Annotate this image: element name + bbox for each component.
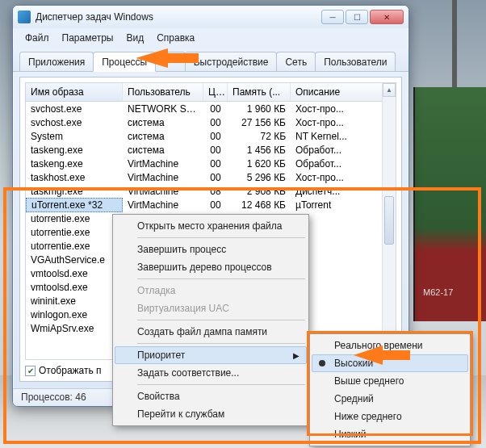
close-button[interactable]: ✕ bbox=[370, 10, 404, 24]
table-row[interactable]: svchost.exeсистема0027 156 КБХост-про... bbox=[26, 115, 396, 129]
cell-name: utorrentie.exe bbox=[26, 212, 123, 225]
cell-desc: Хост-про... bbox=[291, 116, 396, 129]
show-all-checkbox[interactable]: ✔ bbox=[25, 366, 36, 376]
cell-cpu: 08 bbox=[203, 185, 228, 198]
cell-name: utorrentie.exe bbox=[26, 226, 123, 239]
cell-mem: 72 КБ bbox=[228, 130, 291, 143]
cell-name: wininit.exe bbox=[26, 295, 123, 308]
cell-name: System bbox=[26, 130, 123, 143]
table-row[interactable]: taskeng.exeVirtMachine001 620 КБОбработ.… bbox=[26, 157, 396, 170]
cell-mem: 1 960 КБ bbox=[228, 103, 291, 115]
cell-name: svchost.exe bbox=[26, 103, 123, 115]
table-row[interactable]: taskhost.exeVirtMachine005 296 КБХост-пр… bbox=[26, 170, 396, 184]
menu-item[interactable]: Выше среднего bbox=[312, 372, 468, 390]
tab-performance[interactable]: Быстродействие bbox=[185, 52, 278, 71]
cell-user: VirtMachine bbox=[123, 171, 203, 184]
train-marking: М62-17 bbox=[423, 287, 453, 297]
cell-name: taskeng.exe bbox=[26, 157, 123, 170]
table-row[interactable]: uTorrent.exe *32VirtMachine0012 468 КБµT… bbox=[26, 198, 396, 211]
cell-user: система bbox=[123, 116, 203, 129]
cell-cpu: 00 bbox=[203, 130, 228, 143]
cell-cpu: 00 bbox=[203, 171, 228, 184]
cell-name: taskeng.exe bbox=[26, 144, 123, 157]
cell-mem: 1 456 КБ bbox=[228, 144, 291, 157]
col-description[interactable]: Описание bbox=[291, 83, 396, 101]
menu-item[interactable]: Приоритет▶ bbox=[115, 346, 307, 364]
cell-name: VGAuthService.e bbox=[26, 253, 123, 266]
menu-help[interactable]: Справка bbox=[151, 31, 200, 45]
menu-separator bbox=[137, 278, 305, 279]
minimize-button[interactable]: ─ bbox=[321, 10, 344, 24]
menu-item[interactable]: Перейти к службам bbox=[115, 405, 307, 423]
maximize-button[interactable]: ☐ bbox=[346, 10, 368, 24]
col-image-name[interactable]: Имя образа bbox=[26, 83, 123, 101]
menu-separator bbox=[137, 384, 305, 385]
menu-item: Отладка bbox=[115, 282, 307, 299]
cell-user: система bbox=[123, 130, 203, 143]
background-train: М62-17 bbox=[413, 87, 486, 321]
app-icon bbox=[18, 10, 31, 23]
cell-desc: NT Kernel... bbox=[291, 130, 396, 143]
cell-name: taskhost.exe bbox=[26, 171, 123, 184]
tab-services[interactable]: бы bbox=[155, 52, 186, 71]
window-title: Диспетчер задач Windows bbox=[36, 11, 321, 23]
menu-item[interactable]: Ниже среднего bbox=[312, 408, 468, 425]
cell-user: NETWORK SE... bbox=[123, 103, 203, 115]
menu-view[interactable]: Вид bbox=[120, 31, 149, 45]
cell-name: svchost.exe bbox=[26, 116, 123, 129]
cell-mem: 27 156 КБ bbox=[228, 116, 291, 129]
cell-desc: Диспетч... bbox=[291, 185, 396, 198]
cell-name: uTorrent.exe *32 bbox=[26, 198, 123, 212]
tab-applications[interactable]: Приложения bbox=[19, 52, 94, 71]
table-row[interactable]: taskmgr.exeVirtMachine082 908 КБДиспетч.… bbox=[26, 184, 396, 198]
show-all-label: Отображать п bbox=[39, 365, 102, 376]
cell-user: система bbox=[123, 144, 203, 157]
process-context-menu: Открыть место хранения файлаЗавершить пр… bbox=[112, 214, 309, 426]
menu-item[interactable]: Высокий bbox=[312, 354, 468, 372]
priority-submenu: Реального времениВысокийВыше среднегоСре… bbox=[309, 333, 471, 446]
menu-item[interactable]: Свойства bbox=[115, 387, 307, 405]
submenu-arrow-icon: ▶ bbox=[293, 351, 300, 360]
menu-item[interactable]: Завершить дерево процессов bbox=[115, 258, 307, 276]
menu-item[interactable]: Открыть место хранения файла bbox=[115, 217, 307, 235]
menu-item[interactable]: Завершить процесс bbox=[115, 241, 307, 258]
menu-item[interactable]: Низкий bbox=[312, 425, 468, 443]
table-row[interactable]: svchost.exeNETWORK SE...001 960 КБХост-п… bbox=[26, 102, 396, 115]
table-row[interactable]: Systemсистема0072 КБNT Kernel... bbox=[26, 129, 396, 143]
menu-options[interactable]: Параметры bbox=[57, 31, 119, 45]
scroll-track[interactable] bbox=[383, 97, 396, 345]
menu-item[interactable]: Задать соответствие... bbox=[115, 364, 307, 382]
cell-desc: Хост-про... bbox=[291, 171, 396, 184]
table-row[interactable]: taskeng.exeсистема001 456 КБОбработ... bbox=[26, 143, 396, 157]
col-cpu[interactable]: ЦП bbox=[203, 83, 228, 101]
cell-desc: µTorrent bbox=[291, 199, 396, 211]
titlebar[interactable]: Диспетчер задач Windows ─ ☐ ✕ bbox=[13, 6, 408, 28]
process-count: Процессов: 46 bbox=[21, 391, 86, 403]
menu-file[interactable]: Файл bbox=[19, 31, 55, 45]
menu-item[interactable]: Реального времени bbox=[312, 337, 468, 354]
menu-separator bbox=[137, 343, 305, 344]
cell-user: VirtMachine bbox=[123, 185, 203, 198]
tab-users[interactable]: Пользователи bbox=[315, 52, 396, 71]
cell-name: vmtoolsd.exe bbox=[26, 281, 123, 294]
menu-item: Виртуализация UAC bbox=[115, 299, 307, 317]
menu-separator bbox=[137, 320, 305, 320]
cell-cpu: 00 bbox=[203, 199, 228, 211]
cell-name: utorrentie.exe bbox=[26, 240, 123, 253]
vertical-scrollbar[interactable]: ▲ ▼ bbox=[382, 83, 396, 359]
cell-cpu: 00 bbox=[203, 103, 228, 115]
cell-user: VirtMachine bbox=[123, 157, 203, 170]
col-memory[interactable]: Память (... bbox=[228, 83, 291, 101]
tab-processes[interactable]: Процессы bbox=[93, 52, 156, 72]
menu-item[interactable]: Средний bbox=[312, 390, 468, 408]
cell-user: VirtMachine bbox=[123, 199, 203, 211]
cell-mem: 2 908 КБ bbox=[228, 185, 291, 198]
cell-mem: 5 296 КБ bbox=[228, 171, 291, 184]
col-user[interactable]: Пользователь bbox=[123, 83, 203, 101]
scroll-up-button[interactable]: ▲ bbox=[383, 83, 396, 97]
menu-item[interactable]: Создать файл дампа памяти bbox=[115, 323, 307, 341]
tab-networking[interactable]: Сеть bbox=[276, 52, 316, 71]
cell-desc: Обработ... bbox=[291, 157, 396, 170]
cell-mem: 1 620 КБ bbox=[228, 157, 291, 170]
scroll-thumb[interactable] bbox=[384, 196, 394, 245]
